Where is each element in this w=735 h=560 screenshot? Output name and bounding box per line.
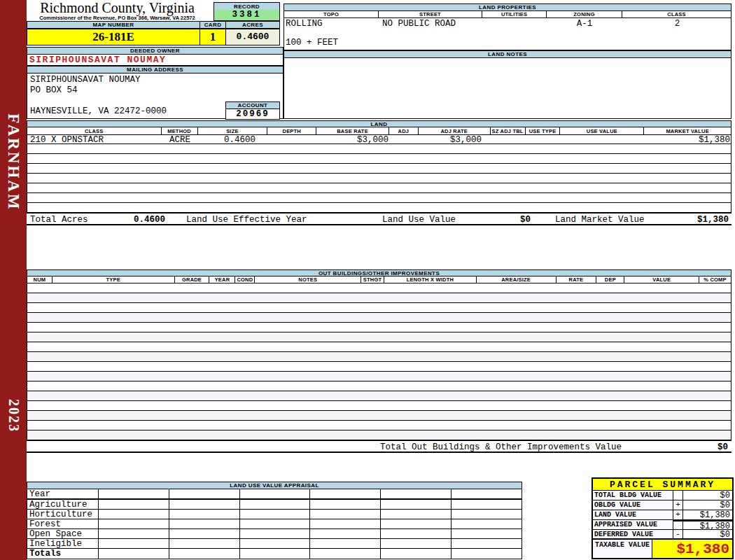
out-buildings-empty-row bbox=[27, 430, 731, 440]
mailing-line-3: HAYNESVILLE, VA 22472-0000 bbox=[30, 106, 167, 116]
land-properties-header-cell: ZONING bbox=[547, 11, 622, 18]
land-header-cell: SZ ADJ TBL bbox=[491, 127, 526, 134]
appraisal-empty-cell bbox=[310, 519, 381, 528]
acres-label: ACRES bbox=[225, 21, 280, 29]
appraisal-empty-cell bbox=[310, 539, 381, 548]
street-value: NO PUBLIC ROAD bbox=[382, 19, 456, 29]
topo-value: ROLLING bbox=[286, 19, 323, 29]
land-use-appraisal-title: LAND USE VALUE APPRAISAL bbox=[27, 482, 522, 489]
land-notes-box bbox=[284, 58, 732, 119]
land-empty-row bbox=[27, 203, 731, 213]
parcel-summary-row-label: APPRAISED VALUE bbox=[593, 520, 673, 529]
out-buildings-empty-row bbox=[27, 362, 731, 372]
parcel-summary-row-label: LAND VALUE bbox=[593, 510, 673, 519]
parcel-summary-row-value: $0 bbox=[683, 500, 732, 510]
map-number-value: 26-181E bbox=[27, 29, 200, 46]
frontage-value: 100 + FEET bbox=[286, 38, 338, 48]
deeded-owner-value: SIRIPHOUNSAVAT NOUMAY bbox=[27, 55, 284, 66]
appraisal-empty-cell bbox=[169, 529, 240, 538]
appraisal-row-label: Forest bbox=[27, 519, 99, 528]
land-empty-row bbox=[27, 193, 731, 203]
total-acres-value: 0.4600 bbox=[118, 215, 165, 225]
appraisal-empty-cell bbox=[451, 539, 522, 548]
card-label: CARD bbox=[200, 21, 226, 29]
appraisal-empty-cell bbox=[451, 510, 522, 519]
acres-value: 0.4600 bbox=[225, 29, 280, 46]
out-buildings-header-cell: NOTES bbox=[255, 276, 361, 283]
appraisal-empty-cell bbox=[240, 529, 311, 538]
land-header-cell: USE VALUE bbox=[560, 127, 644, 134]
land-use-value: $0 bbox=[489, 215, 531, 225]
out-buildings-total-value: $0 bbox=[718, 442, 728, 452]
parcel-summary-row-value: $0 bbox=[683, 491, 732, 500]
out-buildings-empty-row bbox=[27, 401, 731, 411]
appraisal-empty-cell bbox=[240, 500, 311, 509]
out-buildings-empty-row bbox=[27, 313, 731, 323]
appraisal-empty-cell bbox=[169, 549, 240, 559]
appraisal-empty-cell bbox=[451, 529, 522, 538]
appraisal-empty-cell bbox=[240, 549, 311, 559]
class-value: 2 bbox=[622, 19, 732, 29]
land-rows: 210 X OPNSTACRACRE0.4600$3,000$3,000$1,3… bbox=[27, 135, 732, 213]
parcel-summary-row-label: TOTAL BLDG VALUE bbox=[593, 491, 673, 500]
appraisal-empty-cell bbox=[310, 500, 381, 509]
record-value: 3381 bbox=[214, 10, 280, 21]
appraisal-empty-cell bbox=[99, 500, 169, 509]
appraisal-empty-cell bbox=[99, 489, 169, 498]
land-empty-row bbox=[27, 144, 731, 154]
out-buildings-empty-row bbox=[27, 332, 731, 342]
out-buildings-empty-row bbox=[27, 323, 731, 332]
appraisal-row-label: Year bbox=[27, 489, 99, 498]
appraisal-empty-cell bbox=[99, 539, 169, 548]
land-section-title: LAND bbox=[27, 120, 732, 127]
district-label: FARNHAM bbox=[4, 113, 22, 211]
parcel-summary-row: LAND VALUE+$1,380 bbox=[593, 510, 732, 520]
land-header-cell: METHOD bbox=[162, 127, 198, 134]
land-data-cell: 210 X OPNSTACR bbox=[30, 135, 162, 145]
land-properties-header-cell: STREET bbox=[379, 11, 482, 18]
appraisal-row-label: Agriculture bbox=[27, 500, 99, 509]
zoning-value: A-1 bbox=[547, 19, 622, 29]
appraisal-empty-cell bbox=[451, 500, 522, 509]
parcel-summary-title: PARCEL SUMMARY bbox=[593, 479, 732, 491]
deeded-owner-label: DEEDED OWNER bbox=[27, 47, 284, 55]
total-acres-label: Total Acres bbox=[30, 215, 88, 225]
out-buildings-empty-row bbox=[27, 342, 731, 352]
card-value: 1 bbox=[200, 29, 226, 46]
land-empty-row bbox=[27, 183, 731, 193]
out-buildings-rows bbox=[27, 284, 732, 440]
out-buildings-header-cell: % COMP bbox=[699, 276, 731, 283]
out-buildings-empty-row bbox=[27, 421, 731, 430]
map-number-label: MAP NUMBER bbox=[27, 21, 200, 29]
out-buildings-header-cell: RATE bbox=[556, 276, 597, 283]
out-buildings-header-cell: VALUE bbox=[624, 276, 699, 283]
out-buildings-empty-row bbox=[27, 391, 731, 401]
appraisal-empty-cell bbox=[310, 529, 381, 538]
parcel-summary-operator bbox=[673, 491, 683, 500]
out-buildings-empty-row bbox=[27, 284, 731, 293]
account-value: 20969 bbox=[225, 109, 280, 120]
appraisal-empty-cell bbox=[381, 529, 451, 538]
land-data-cell: 0.4600 bbox=[198, 135, 255, 145]
land-properties-header-cell: CLASS bbox=[622, 11, 731, 18]
out-buildings-title: OUT BUILDINGS/OTHER IMPROVEMENTS bbox=[27, 270, 732, 276]
taxable-value-row: TAXABLE VALUE $1,380 bbox=[593, 540, 732, 558]
appraisal-empty-cell bbox=[99, 510, 169, 519]
mailing-line-1: SIRIPHOUNSAVAT NOUMAY bbox=[30, 75, 141, 85]
out-buildings-header-cell: YEAR bbox=[209, 276, 235, 283]
land-header-cell: BASE RATE bbox=[316, 127, 389, 134]
appraisal-row: Horticulture bbox=[27, 510, 522, 519]
land-data-cell: $3,000 bbox=[419, 135, 482, 145]
land-use-effective-year-label: Land Use Effective Year bbox=[186, 215, 307, 225]
land-data-cell: $1,380 bbox=[645, 135, 730, 145]
appraisal-row: Agriculture bbox=[27, 500, 522, 510]
parcel-summary-row-value: $0 bbox=[683, 530, 732, 538]
appraisal-empty-cell bbox=[169, 489, 240, 498]
appraisal-row: Year bbox=[27, 489, 522, 500]
appraisal-row-label: Open Space bbox=[27, 529, 99, 538]
out-buildings-totals-row: Total Out Buildings & Other Improvements… bbox=[27, 440, 732, 453]
land-market-value-label: Land Market Value bbox=[555, 215, 645, 225]
out-buildings-total-label: Total Out Buildings & Other Improvements… bbox=[380, 442, 622, 452]
land-header-cell: SIZE bbox=[198, 127, 268, 134]
out-buildings-header-cell: STHGT bbox=[361, 276, 384, 283]
